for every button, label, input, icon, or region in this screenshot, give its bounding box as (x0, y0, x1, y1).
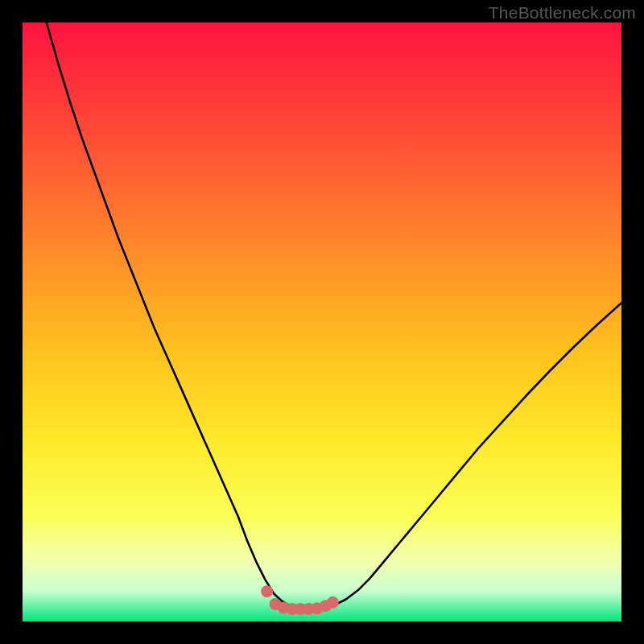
outer-frame: TheBottleneck.com (0, 0, 644, 644)
watermark-text: TheBottleneck.com (489, 3, 636, 23)
gradient-background (23, 23, 621, 621)
plot-area (23, 23, 621, 621)
valley-marker (261, 585, 273, 597)
valley-marker (327, 597, 339, 609)
chart-svg (23, 23, 621, 621)
